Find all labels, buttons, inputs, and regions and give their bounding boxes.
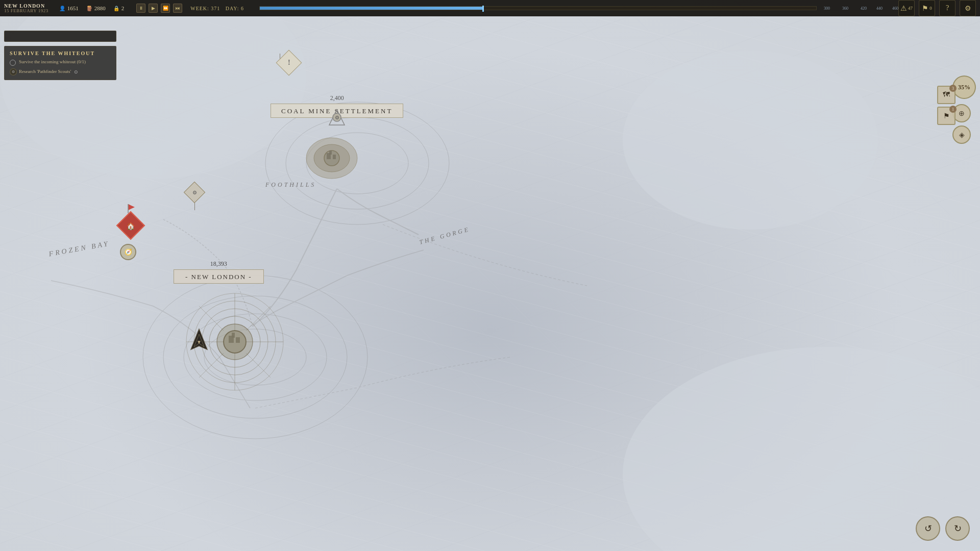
objective-whiteout-text: Survive the incoming whiteout (0/1) (19, 59, 86, 65)
week-day-info: WEEK: 371 DAY: 6 (190, 6, 244, 11)
progress-numbers: 300 360 420 440 460 (824, 6, 898, 11)
svg-text:▼: ▼ (197, 339, 202, 345)
workers-resource: 👤 1651 (59, 5, 79, 12)
map-layers-button[interactable]: 🗺 3 (937, 86, 955, 104)
workers-value: 1651 (67, 5, 79, 11)
city-date: 15 FEBRUARY 1923 (4, 9, 48, 14)
alerts-side-icon: ⚑ (943, 112, 950, 120)
svg-line-30 (246, 306, 271, 331)
svg-rect-34 (236, 337, 240, 343)
lock-resource: 🔒 2 (113, 5, 125, 12)
rotate-right-icon: ↻ (954, 523, 962, 534)
flag-button[interactable]: ⚑ 0 (919, 0, 935, 16)
rotate-left-icon: ↺ (924, 523, 932, 534)
lock-value: 2 (121, 5, 125, 11)
help-icon: ? (946, 4, 949, 12)
coal-mine-population: 2,400 (271, 94, 403, 102)
objective-incomplete-icon (10, 60, 16, 66)
poi-gear-marker[interactable]: ⚙ (187, 185, 202, 210)
flag-icon: ⚑ (922, 4, 928, 13)
progress-marker (482, 6, 484, 12)
alert-icon: ⚠ (900, 4, 907, 13)
lock-icon: 🔒 (113, 5, 120, 12)
alert-button[interactable]: ⚠ 47 (898, 0, 915, 16)
day-value: 6 (241, 6, 244, 11)
research-item[interactable]: ⚙ Research 'Pathfinder Scouts' ⊙ (10, 68, 111, 76)
marker-300: 300 (824, 6, 830, 11)
fast-button[interactable]: ⏩ (161, 4, 170, 13)
timeline-controls: ⏸ ▶ ⏩ ⏭ (136, 4, 182, 13)
storm-percentage: 35% (958, 84, 970, 91)
marker-460: 460 (892, 6, 898, 11)
alerts-side-button[interactable]: ⚑ 1 (937, 107, 955, 125)
help-button[interactable]: ? (939, 0, 955, 16)
wood-value: 2880 (94, 5, 106, 11)
rotate-right-button[interactable]: ↻ (945, 516, 970, 541)
city-info: NEW LONDON 15 FEBRUARY 1923 (4, 3, 48, 14)
scout-symbol: ⊕ (959, 109, 965, 118)
research-text: Research 'Pathfinder Scouts' (19, 69, 71, 75)
week-value: 371 (211, 6, 220, 11)
city-name: NEW LONDON (4, 3, 48, 9)
bottom-right-panel: ↺ ↻ (916, 516, 970, 541)
warning-marker[interactable]: ! (280, 54, 280, 64)
alerts-side-badge: 1 (949, 106, 957, 113)
svg-line-31 (199, 353, 224, 378)
progress-fill (260, 7, 482, 10)
play-button[interactable]: ▶ (149, 4, 158, 13)
svg-marker-16 (128, 204, 135, 210)
day-label: DAY: (226, 6, 239, 11)
svg-rect-14 (333, 155, 336, 159)
top-right-controls: ⚠ 47 ⚑ 0 ? ⚙ (898, 0, 976, 16)
objective-whiteout: Survive the incoming whiteout (0/1) (10, 59, 111, 66)
coal-mine-city-svg (301, 128, 362, 189)
wood-resource: 🪵 2880 (86, 5, 106, 12)
settings-button[interactable]: ⚙ (960, 0, 976, 16)
top-bar: NEW LONDON 15 FEBRUARY 1923 👤 1651 🪵 288… (0, 0, 980, 16)
scout-icon-2-button[interactable]: ◈ (952, 126, 971, 144)
flag-count: 0 (929, 6, 932, 11)
map-background (0, 0, 980, 551)
black-unit-svg: ▼ (188, 327, 211, 355)
unit-marker[interactable]: 🏠 (120, 204, 141, 236)
progress-bar (259, 6, 817, 10)
poi-gear-diamond: ⚙ (184, 182, 205, 203)
svg-text:⚙: ⚙ (335, 115, 339, 120)
warning-icon: ! (288, 59, 290, 67)
new-london-name-box: - NEW LONDON - (174, 269, 264, 284)
coal-mine-settlement-icon: ⚙ (327, 107, 347, 128)
coal-mine-icon-area[interactable]: ⚙ (327, 107, 347, 130)
unit-icon: 🏠 (116, 211, 145, 240)
week-label: WEEK: (190, 6, 209, 11)
wood-icon: 🪵 (86, 5, 93, 12)
left-panel: SURVIVE THE WHITEOUT Survive the incomin… (4, 31, 116, 80)
marker-440: 440 (876, 6, 883, 11)
marker-360: 360 (842, 6, 848, 11)
coal-mine-hub[interactable] (301, 128, 362, 189)
svg-rect-35 (232, 333, 235, 338)
map-layers-badge: 3 (949, 85, 957, 92)
objectives-panel: SURVIVE THE WHITEOUT Survive the incomin… (4, 46, 116, 80)
settings-icon: ⚙ (965, 4, 971, 13)
new-london-name: - NEW LONDON - (185, 273, 252, 281)
workers-icon: 👤 (59, 5, 66, 12)
black-unit-marker[interactable]: ▼ (188, 327, 211, 357)
gear-poi-icon: ⚙ (192, 190, 197, 195)
pause-button[interactable]: ⏸ (136, 4, 145, 13)
explorer-marker[interactable]: 🧭 (120, 244, 136, 260)
search-bar[interactable] (4, 31, 116, 42)
svg-line-32 (246, 353, 271, 378)
research-extra-icon: ⊙ (74, 69, 78, 74)
svg-rect-15 (329, 151, 332, 155)
explorer-icon: 🧭 (125, 248, 132, 256)
side-right-panel: 🗺 3 ⚑ 1 (937, 86, 955, 125)
alert-count: 47 (908, 6, 913, 11)
new-london-label[interactable]: 18,393 - NEW LONDON - (174, 260, 264, 284)
rotate-left-button[interactable]: ↺ (916, 516, 940, 541)
faster-button[interactable]: ⏭ (173, 4, 182, 13)
research-icon: ⚙ (10, 68, 17, 76)
scout-symbol-2: ◈ (959, 131, 965, 139)
marker-420: 420 (861, 6, 867, 11)
svg-text:🏠: 🏠 (127, 222, 136, 231)
objectives-title: SURVIVE THE WHITEOUT (10, 51, 111, 56)
